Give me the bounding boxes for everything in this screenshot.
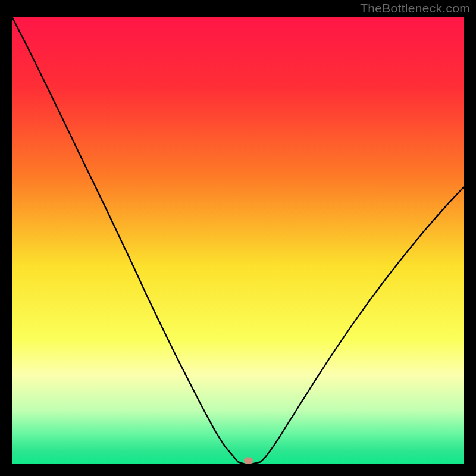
chart-background	[12, 17, 464, 464]
chart-frame: TheBottleneck.com	[0, 0, 476, 476]
optimal-point-marker	[244, 457, 253, 464]
chart-plot	[12, 17, 464, 464]
watermark-label: TheBottleneck.com	[360, 1, 470, 15]
chart-svg	[12, 17, 464, 464]
